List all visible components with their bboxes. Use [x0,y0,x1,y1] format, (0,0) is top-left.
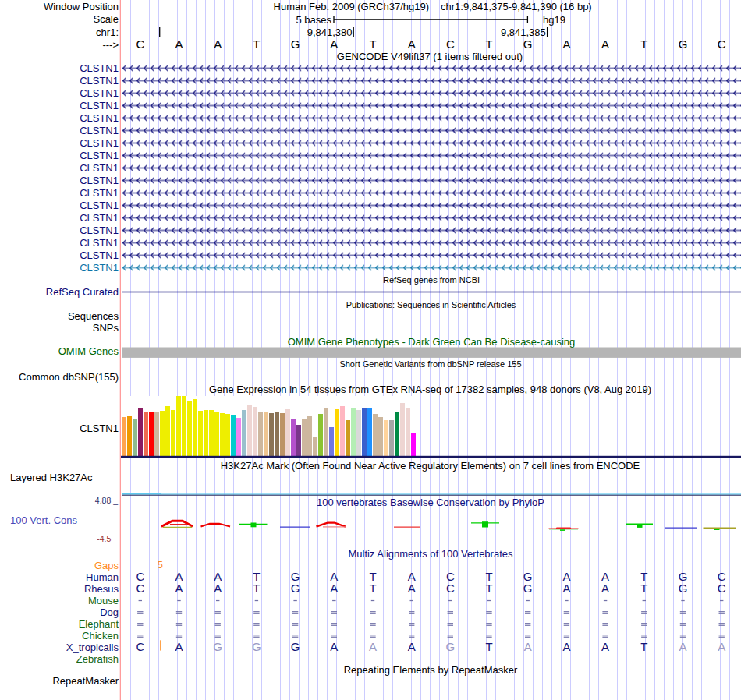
svg-text:C: C [718,582,726,595]
svg-text:Common dbSNP(155): Common dbSNP(155) [19,371,119,383]
svg-text:CLSTN1: CLSTN1 [80,137,119,149]
svg-text:A: A [601,37,609,51]
svg-text:C: C [136,37,144,51]
svg-text:A: A [175,640,183,653]
svg-text:A: A [369,640,377,653]
svg-text:CLSTN1: CLSTN1 [80,150,119,161]
svg-text:RefSeq Curated: RefSeq Curated [46,286,119,298]
svg-text:Mouse: Mouse [88,595,119,606]
svg-text:CLSTN1: CLSTN1 [80,212,119,224]
svg-text:Dog: Dog [100,606,119,618]
svg-text:Repeating Elements by RepeatMa: Repeating Elements by RepeatMasker [344,664,518,676]
svg-text:RefSeq genes from NCBI: RefSeq genes from NCBI [383,275,480,285]
svg-text:Sequences: Sequences [68,310,119,322]
svg-text:A: A [408,640,416,653]
svg-text:Layered H3K27Ac: Layered H3K27Ac [10,472,93,483]
svg-text:5 bases: 5 bases [296,14,332,26]
svg-text:CLSTN1: CLSTN1 [80,62,119,74]
svg-text:G: G [523,37,533,51]
svg-text:9,841,385: 9,841,385 [501,27,546,38]
svg-text:OMIM Genes: OMIM Genes [58,345,119,357]
svg-text:CLSTN1: CLSTN1 [80,237,119,249]
svg-text:CLSTN1: CLSTN1 [80,112,119,124]
svg-text:A: A [214,37,222,51]
svg-text:T: T [485,37,492,51]
svg-text:G: G [679,582,688,595]
svg-text:G: G [291,37,300,51]
svg-text:A: A [330,640,338,653]
svg-text:Multiz Alignments of 100 Verte: Multiz Alignments of 100 Vertebrates [348,548,513,560]
svg-text:CLSTN1: CLSTN1 [80,422,119,434]
svg-text:CLSTN1: CLSTN1 [80,200,119,211]
svg-text:CLSTN1: CLSTN1 [80,224,119,236]
svg-text:A: A [601,640,609,653]
svg-text:C: C [136,582,144,595]
svg-text:-4.5 _: -4.5 _ [97,534,118,543]
svg-text:G: G [679,37,688,51]
svg-text:CLSTN1: CLSTN1 [80,249,119,261]
svg-text:A: A [330,582,338,595]
svg-text:A: A [175,37,183,51]
svg-text:T: T [485,640,492,653]
svg-text:CLSTN1: CLSTN1 [80,125,119,136]
svg-text:CLSTN1: CLSTN1 [80,175,119,186]
svg-text:Rhesus: Rhesus [84,583,119,595]
svg-text:5: 5 [158,560,163,571]
svg-text:Window Position: Window Position [44,1,119,12]
svg-text:CLSTN1: CLSTN1 [80,75,119,87]
svg-text:CLSTN1: CLSTN1 [80,100,119,111]
svg-text:Chicken: Chicken [82,630,119,642]
svg-text:GENCODE V49lift37 (1 items fil: GENCODE V49lift37 (1 items filtered out) [337,51,523,62]
svg-text:Publications: Sequences in Sci: Publications: Sequences in Scientific Ar… [346,300,516,309]
svg-text:G: G [291,582,300,595]
svg-text:C: C [446,37,455,51]
svg-text:C: C [446,582,455,595]
svg-text:G: G [291,640,300,653]
svg-text:T: T [253,37,260,51]
svg-text:CLSTN1: CLSTN1 [80,162,119,174]
svg-text:100 Vert. Cons: 100 Vert. Cons [10,514,77,526]
svg-text:T: T [369,37,376,51]
svg-text:A: A [562,640,570,653]
svg-text:G: G [523,582,533,595]
svg-text:chr1:: chr1: [96,27,119,38]
svg-text:T: T [640,640,647,653]
svg-text:G: G [213,640,222,653]
svg-text:T: T [640,582,647,595]
svg-text:--->: ---> [102,39,119,51]
svg-text:A: A [408,582,416,595]
svg-text:A: A [718,640,725,653]
svg-text:Zebrafish: Zebrafish [76,653,119,665]
svg-text:Short Genetic Variants from db: Short Genetic Variants from dbSNP releas… [339,359,521,369]
svg-text:T: T [253,582,260,595]
svg-text:G: G [252,640,261,653]
svg-text:C: C [136,640,144,653]
svg-text:Scale: Scale [93,13,119,25]
svg-text:T: T [640,37,647,51]
svg-text:X_tropicalis: X_tropicalis [66,642,119,653]
svg-text:Human: Human [86,571,119,583]
svg-text:T: T [485,582,492,595]
svg-text:Elephant: Elephant [79,618,119,630]
svg-text:A: A [679,640,686,653]
svg-text:A: A [214,582,222,595]
svg-text:hg19: hg19 [543,14,566,26]
svg-text:A: A [601,582,609,595]
svg-text:chr1:9,841,375-9,841,390 (16 b: chr1:9,841,375-9,841,390 (16 bp) [441,1,592,12]
svg-text:A: A [524,640,532,653]
svg-text:A: A [175,582,183,595]
svg-text:SNPs: SNPs [93,322,119,334]
svg-text:T: T [369,582,376,595]
svg-text:A: A [562,582,570,595]
svg-text:G: G [445,640,455,653]
svg-text:CLSTN1: CLSTN1 [80,87,119,99]
svg-text:H3K27Ac Mark (Often Found Near: H3K27Ac Mark (Often Found Near Active Re… [221,460,640,472]
svg-text:RepeatMasker: RepeatMasker [52,675,119,687]
svg-text:CLSTN1: CLSTN1 [80,187,119,199]
svg-text:CLSTN1: CLSTN1 [80,262,119,274]
svg-text:100 vertebrates Basewise Conse: 100 vertebrates Basewise Conservation by… [317,497,544,508]
svg-text:9,841,380: 9,841,380 [307,27,353,38]
svg-text:A: A [562,37,570,51]
svg-text:Human Feb. 2009 (GRCh37/hg19): Human Feb. 2009 (GRCh37/hg19) [274,1,429,12]
svg-text:4.88 _: 4.88 _ [95,496,118,505]
